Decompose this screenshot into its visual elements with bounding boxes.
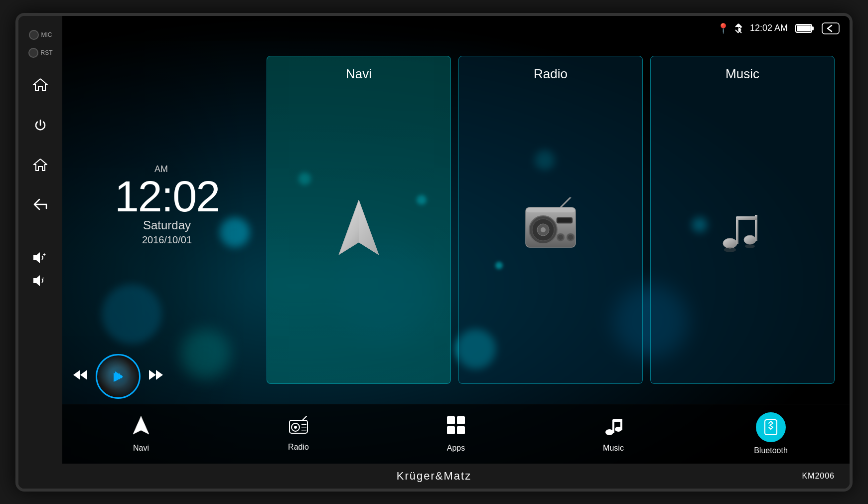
radio-card[interactable]: Radio — [458, 56, 643, 384]
media-prev-button[interactable] — [72, 368, 88, 384]
clock-time: 12:02 — [115, 174, 219, 218]
volume-up-button[interactable]: + — [27, 246, 54, 269]
svg-rect-14 — [121, 375, 122, 378]
svg-point-38 — [745, 244, 755, 248]
mic-text: MIC — [41, 31, 52, 38]
nav-item-apps[interactable]: Apps — [426, 410, 486, 458]
nav-item-music[interactable]: Music — [583, 410, 643, 458]
nav-apps-icon — [446, 415, 466, 440]
svg-point-23 — [541, 227, 546, 232]
svg-rect-50 — [457, 426, 465, 434]
svg-rect-33 — [736, 217, 738, 244]
svg-rect-8 — [822, 23, 839, 34]
status-bar: 📍 12:02 AM — [62, 16, 850, 41]
svg-marker-10 — [80, 370, 87, 380]
svg-rect-52 — [612, 420, 614, 433]
nav-navi-label: Navi — [133, 444, 149, 453]
svg-point-28 — [558, 235, 563, 240]
back-icon[interactable] — [822, 22, 840, 34]
nav-radio-icon — [289, 416, 308, 439]
svg-rect-12 — [117, 374, 118, 378]
device-frame: MIC RST — [15, 13, 853, 492]
svg-marker-0 — [33, 252, 40, 263]
svg-point-51 — [605, 429, 613, 435]
nav-item-bluetooth[interactable]: Bluetooth — [741, 407, 801, 460]
brand-model: KM2006 — [802, 472, 835, 481]
bottom-nav: Navi — [62, 404, 850, 464]
svg-marker-16 — [156, 370, 163, 380]
battery-icon — [795, 23, 814, 34]
status-time: 12:02 AM — [750, 23, 788, 33]
svg-line-24 — [561, 197, 571, 207]
mic-label: MIC — [29, 30, 52, 40]
media-next-button[interactable] — [148, 368, 164, 384]
clock-day: Saturday — [143, 218, 191, 232]
media-disc[interactable] — [96, 354, 141, 399]
svg-marker-18 — [359, 200, 379, 255]
location-icon: 📍 — [717, 22, 729, 34]
svg-point-32 — [723, 238, 737, 248]
svg-marker-15 — [149, 370, 156, 380]
svg-rect-6 — [797, 25, 811, 31]
radio-card-icon — [521, 82, 580, 373]
svg-point-42 — [294, 426, 297, 429]
svg-rect-47 — [447, 416, 455, 424]
back-button-hw[interactable] — [27, 192, 53, 216]
navi-card-label: Navi — [346, 66, 372, 82]
svg-rect-31 — [526, 207, 576, 212]
nav-music-label: Music — [603, 444, 624, 453]
main-screen: 📍 12:02 AM — [62, 16, 850, 464]
radio-card-label: Radio — [534, 66, 568, 82]
volume-down-button[interactable]: - — [27, 269, 54, 292]
nav-radio-label: Radio — [288, 443, 309, 452]
clock-date: 2016/10/01 — [142, 234, 192, 246]
nav-bluetooth-label: Bluetooth — [754, 446, 788, 455]
svg-rect-55 — [612, 419, 622, 422]
bluetooth-icon — [734, 23, 742, 34]
navi-card-icon — [331, 82, 386, 373]
nav-item-radio[interactable]: Radio — [269, 411, 328, 457]
svg-text:+: + — [43, 252, 46, 257]
svg-marker-39 — [133, 416, 149, 434]
home-button[interactable] — [26, 72, 54, 98]
cards-area: Navi — [262, 46, 840, 394]
svg-rect-49 — [447, 426, 455, 434]
nav-item-navi[interactable]: Navi — [111, 410, 171, 458]
nav-apps-label: Apps — [447, 444, 465, 453]
music-card-label: Music — [725, 66, 759, 82]
left-panel: MIC RST — [18, 16, 62, 489]
svg-rect-7 — [812, 26, 814, 30]
svg-text:-: - — [42, 275, 44, 280]
svg-rect-48 — [457, 416, 465, 424]
navi-card[interactable]: Navi — [267, 56, 451, 384]
brand-bar: Krüger&Matz KM2006 — [18, 464, 850, 489]
svg-rect-40 — [289, 420, 307, 433]
music-card[interactable]: Music — [650, 56, 835, 384]
nav-music-icon — [603, 415, 623, 440]
media-player — [72, 354, 262, 399]
power-button[interactable] — [28, 113, 53, 138]
house-button[interactable] — [27, 153, 53, 177]
svg-point-37 — [724, 247, 736, 252]
svg-rect-36 — [736, 216, 757, 220]
svg-rect-13 — [119, 373, 120, 379]
rst-label: RST — [28, 48, 53, 58]
svg-line-43 — [302, 416, 306, 420]
svg-point-34 — [744, 235, 756, 244]
brand-name: Krüger&Matz — [397, 470, 471, 483]
svg-rect-26 — [558, 218, 572, 222]
clock-section: AM 12:02 Saturday 2016/10/01 — [62, 16, 272, 404]
svg-marker-2 — [33, 275, 40, 286]
svg-point-30 — [568, 235, 573, 240]
nav-bluetooth-icon — [756, 412, 786, 442]
rst-text: RST — [41, 49, 53, 56]
music-card-icon — [713, 82, 772, 373]
svg-marker-9 — [73, 370, 80, 380]
nav-navi-icon — [131, 415, 151, 440]
status-icons: 📍 — [717, 22, 742, 34]
